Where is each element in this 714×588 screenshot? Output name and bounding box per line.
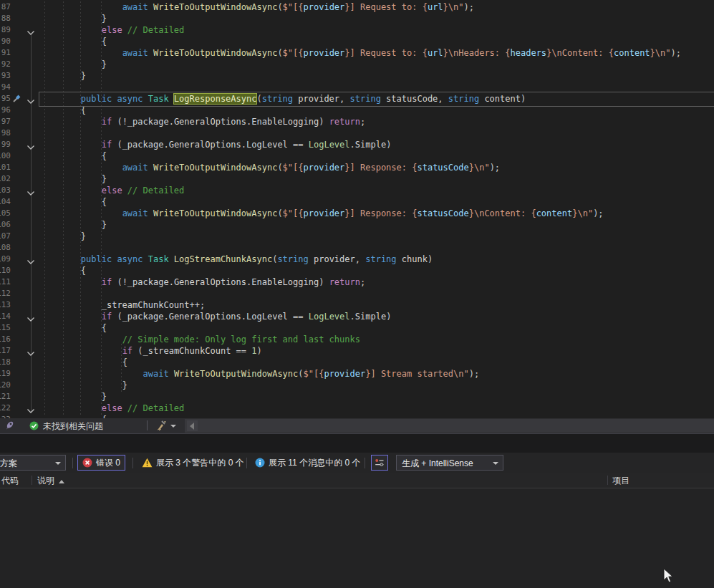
code-text[interactable]: }	[102, 391, 107, 403]
code-text[interactable]: if (_package.GeneralOptions.LogLevel == …	[102, 139, 392, 150]
rocket-icon[interactable]	[4, 420, 15, 431]
code-line: 98	[0, 127, 714, 139]
code-text[interactable]: await WriteToOutputWindowAsync($"[{provi…	[143, 368, 480, 380]
divider	[365, 458, 365, 468]
messages-label: 展示 11 个消息中的 0 个	[269, 455, 360, 471]
code-line: 122else // Detailed	[0, 403, 714, 414]
code-text[interactable]: if (_streamChunkCount == 1)	[122, 345, 262, 357]
code-text[interactable]: await WriteToOutputWindowAsync($"[{provi…	[122, 162, 500, 173]
info-icon	[255, 458, 265, 468]
fold-collapse-chevron-icon[interactable]	[26, 188, 35, 193]
code-text[interactable]: {	[102, 36, 107, 47]
column-divider[interactable]	[32, 476, 32, 485]
chevron-down-icon	[493, 462, 498, 465]
code-text[interactable]: }	[102, 173, 107, 185]
scroll-left-button[interactable]	[187, 420, 198, 431]
line-number: 107	[0, 231, 11, 242]
code-line: 99if (_package.GeneralOptions.LogLevel =…	[0, 139, 714, 150]
code-text[interactable]: await WriteToOutputWindowAsync($"[{provi…	[122, 1, 474, 13]
code-text[interactable]: await WriteToOutputWindowAsync($"[{provi…	[122, 208, 604, 219]
source-dropdown[interactable]: 生成 + IntelliSense	[396, 455, 503, 471]
fold-collapse-chevron-icon[interactable]	[26, 405, 35, 411]
code-text[interactable]: else // Detailed	[102, 185, 185, 196]
code-text[interactable]: }	[122, 380, 127, 391]
fold-collapse-chevron-icon[interactable]	[26, 314, 35, 319]
editor-health-bar: 未找到相关问题	[0, 418, 714, 434]
code-text[interactable]: }	[81, 231, 86, 242]
line-number: 93	[0, 70, 11, 82]
code-text[interactable]: if (!_package.GeneralOptions.EnableLoggi…	[102, 116, 366, 127]
warnings-filter-button[interactable]: 展示 3 个警告中的 0 个	[138, 455, 249, 471]
code-text[interactable]: }	[102, 13, 107, 24]
line-number: 112	[0, 288, 11, 299]
line-number: 103	[0, 185, 11, 196]
code-text[interactable]: {	[102, 150, 107, 162]
code-text[interactable]: {	[81, 105, 86, 116]
code-text[interactable]: {	[81, 265, 86, 276]
code-line: 105await WriteToOutputWindowAsync($"[{pr…	[0, 208, 714, 219]
code-text[interactable]: else // Detailed	[102, 24, 185, 36]
code-text[interactable]: if (!_package.GeneralOptions.EnableLoggi…	[102, 276, 366, 288]
code-line: 100{	[0, 150, 714, 162]
column-divider[interactable]	[607, 476, 608, 485]
code-line: 110{	[0, 265, 714, 276]
code-line: 118{	[0, 357, 714, 368]
line-number: 105	[0, 208, 11, 219]
line-number: 100	[0, 150, 11, 162]
fold-collapse-chevron-icon[interactable]	[26, 348, 35, 354]
code-text[interactable]: _streamChunkCount++;	[102, 299, 206, 311]
code-text[interactable]: {	[102, 322, 107, 334]
code-line: 114if (_package.GeneralOptions.LogLevel …	[0, 311, 714, 322]
code-line: 121}	[0, 391, 714, 403]
code-text[interactable]: // Simple mode: Only log first and last …	[122, 334, 360, 345]
divider	[132, 458, 133, 468]
line-number: 104	[0, 196, 11, 208]
scope-dropdown-value: 方案	[0, 458, 17, 468]
column-description[interactable]: 说明	[37, 475, 64, 487]
code-text[interactable]: if (_package.GeneralOptions.LogLevel == …	[102, 311, 392, 322]
code-editor[interactable]: 87await WriteToOutputWindowAsync($"[{pro…	[0, 0, 714, 418]
code-text[interactable]: else // Detailed	[102, 403, 185, 414]
fold-collapse-chevron-icon[interactable]	[26, 142, 35, 148]
highlighted-symbol[interactable]: LogResponseAsync	[174, 94, 257, 104]
code-line: 115{	[0, 322, 714, 334]
fold-collapse-chevron-icon[interactable]	[26, 96, 35, 102]
code-text[interactable]: {	[102, 196, 107, 208]
code-cleanup-broom-icon[interactable]	[155, 420, 167, 431]
scope-dropdown[interactable]: 方案	[0, 455, 66, 471]
messages-filter-button[interactable]: 展示 11 个消息中的 0 个	[251, 455, 365, 471]
line-number: 116	[0, 334, 11, 345]
line-number: 109	[0, 254, 11, 265]
code-text[interactable]: }	[102, 59, 107, 70]
code-line: 119await WriteToOutputWindowAsync($"[{pr…	[0, 368, 714, 380]
mouse-cursor	[663, 568, 675, 584]
code-text[interactable]: }	[81, 70, 86, 82]
error-list-body[interactable]	[0, 488, 714, 588]
code-text[interactable]: public async Task LogStreamChunkAsync(st…	[81, 254, 433, 265]
code-line: 113_streamChunkCount++;	[0, 299, 714, 311]
code-line: 90{	[0, 36, 714, 47]
fold-collapse-chevron-icon[interactable]	[26, 256, 35, 262]
sort-ascending-icon	[59, 480, 64, 483]
column-project[interactable]: 项目	[612, 475, 629, 487]
line-number: 114	[0, 311, 11, 322]
line-number: 118	[0, 357, 11, 368]
code-line: 101await WriteToOutputWindowAsync($"[{pr…	[0, 162, 714, 173]
horizontal-scrollbar[interactable]	[185, 419, 714, 433]
code-cleanup-dropdown-chevron-icon[interactable]	[170, 425, 176, 428]
line-number: 94	[0, 82, 11, 93]
divider	[246, 458, 247, 468]
code-line: 91await WriteToOutputWindowAsync($"[{pro…	[0, 47, 714, 59]
fold-collapse-chevron-icon[interactable]	[26, 27, 35, 33]
errors-filter-button[interactable]: 错误 0	[77, 455, 125, 471]
code-text[interactable]: await WriteToOutputWindowAsync($"[{provi…	[122, 47, 681, 59]
line-number: 98	[0, 127, 11, 139]
code-text[interactable]: }	[102, 219, 107, 231]
code-text[interactable]: {	[122, 357, 127, 368]
code-text[interactable]: public async Task LogResponseAsync(strin…	[81, 93, 526, 105]
multi-filter-toggle-button[interactable]	[371, 455, 388, 471]
column-code[interactable]: 代码	[1, 475, 19, 487]
line-number: 102	[0, 173, 11, 185]
line-number: 89	[0, 24, 11, 36]
health-status-text: 未找到相关问题	[43, 420, 103, 433]
